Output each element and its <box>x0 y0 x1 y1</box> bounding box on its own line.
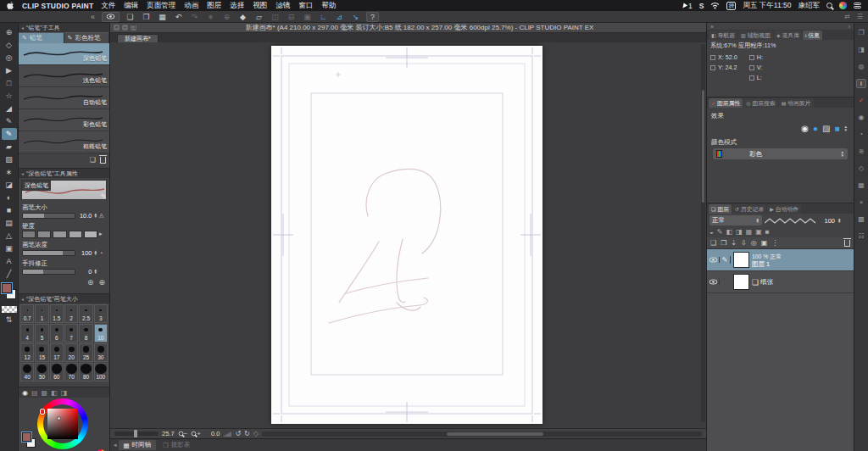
brush-tool[interactable]: ▰ <box>2 141 17 153</box>
layer-property-tab-动画胶片[interactable]: ▤动画胶片 <box>779 98 814 108</box>
transparent-color-swatch[interactable] <box>2 306 17 313</box>
layer-property-panel-icon[interactable]: ✓ <box>856 96 866 105</box>
l-checkbox[interactable] <box>749 75 754 81</box>
brush-size-12[interactable]: 12 <box>20 343 34 362</box>
wifi-icon[interactable] <box>710 2 720 9</box>
tool-property-header[interactable]: ◂“深色铅笔”工具属性 <box>19 169 109 178</box>
expand-icon[interactable]: ▸ <box>99 231 106 237</box>
material-tone-panel-icon[interactable]: ▦ <box>856 181 866 190</box>
material-close-panel-icon[interactable]: × <box>856 198 866 207</box>
layer-visibility-cell[interactable] <box>707 257 720 263</box>
rotate-right-button[interactable]: ↻ <box>244 430 250 437</box>
brush-size-6[interactable]: 6 <box>50 324 64 342</box>
zoom-in-button[interactable]: + <box>191 430 201 437</box>
brush-size-0.7[interactable]: 0.7 <box>20 304 34 323</box>
brush-size-80[interactable]: 80 <box>79 363 92 381</box>
menu-item-5[interactable]: 图层 <box>207 1 221 11</box>
draft-layer-icon[interactable]: ✎ <box>717 228 723 236</box>
collapse-left-panel-icon[interactable]: « <box>91 13 95 21</box>
property-option-icon[interactable]: ◬ <box>99 212 106 219</box>
color-wheel[interactable] <box>19 398 109 449</box>
divider-icon[interactable]: ⋮ <box>771 239 778 247</box>
brush-size-8[interactable]: 8 <box>79 324 92 342</box>
zoom-window-button[interactable]: ❐ <box>131 25 136 31</box>
h-checkbox[interactable] <box>749 55 754 60</box>
eyedropper-tool[interactable]: ◢ <box>2 103 17 114</box>
pencil-tool[interactable]: ✎ <box>2 128 17 140</box>
switch-color-icon[interactable]: ⇅ <box>2 314 17 326</box>
status-s-icon[interactable]: S <box>699 2 704 10</box>
subtool-item-2[interactable]: 浅色铅笔 <box>19 65 109 87</box>
brush-size-2[interactable]: 2 <box>64 304 78 323</box>
panel-tab-导航器[interactable]: ◧导航器 <box>709 31 737 40</box>
material-image-panel-icon[interactable]: ◨ <box>856 45 866 54</box>
vertical-scrollbar[interactable] <box>701 44 705 422</box>
layer-panel-tab-历史记录[interactable]: ↺历史记录 <box>732 204 766 214</box>
layer-color-icon[interactable]: ■ <box>834 124 839 133</box>
zoom-slider[interactable] <box>114 432 159 436</box>
transform-button[interactable]: ▱ <box>253 12 264 22</box>
eraser-tool[interactable]: ◪ <box>2 179 17 191</box>
menu-item-9[interactable]: 窗口 <box>298 1 313 11</box>
material-pattern-panel-icon[interactable]: ▩ <box>856 214 866 224</box>
advanced-settings-icon[interactable]: ⊕ <box>98 278 105 287</box>
sv-cursor[interactable] <box>57 416 61 420</box>
panel-tab-辅助视图[interactable]: ▥辅助视图 <box>738 31 773 40</box>
layer-row-2[interactable]: ❏纸张 <box>707 271 854 293</box>
material-transform-panel-icon[interactable]: ◇ <box>856 164 866 173</box>
property-option-icon[interactable]: ◔ <box>99 250 106 256</box>
main-color-swatch[interactable] <box>2 283 12 293</box>
horizontal-scrollbar-thumb[interactable] <box>447 432 543 436</box>
selection-tool[interactable]: □ <box>2 77 17 89</box>
stepper-icon[interactable]: ▲▼ <box>94 213 97 219</box>
brush-size-70[interactable]: 70 <box>64 363 78 381</box>
blend-tool[interactable]: ◐ <box>2 192 17 203</box>
menu-item-4[interactable]: 动画 <box>184 1 198 11</box>
subtool-tab-2[interactable]: ✎彩色粉笔 <box>64 32 110 43</box>
decoration-tool[interactable]: ∗ <box>2 166 17 178</box>
color-wheel-tab[interactable]: ◉ <box>22 389 28 397</box>
subtool-tab-1[interactable]: ✎铅笔 <box>19 32 64 43</box>
clipping-icon[interactable]: ◒ <box>709 228 714 236</box>
material-bulb-panel-icon[interactable]: ◔ <box>856 130 866 139</box>
rotation-slider-icon[interactable] <box>223 432 231 437</box>
collapse-panel-icon[interactable]: › <box>849 24 850 30</box>
brush-size-header[interactable]: ◂“深色铅笔”画笔大小 <box>19 294 109 303</box>
reselect-button[interactable]: ⊕ <box>221 12 232 22</box>
flip-horizontal-button[interactable]: ◫ <box>270 12 281 22</box>
apply-mask-icon[interactable]: ▣ <box>761 239 768 247</box>
text-tool[interactable]: A <box>2 255 17 267</box>
zoom-tool[interactable]: ⊕ <box>2 26 17 38</box>
open-file-button[interactable]: ❐ <box>141 12 152 22</box>
y-checkbox[interactable] <box>710 65 715 70</box>
layer-property-tab-图层属性[interactable]: ✓图层属性 <box>709 98 743 108</box>
layer-property-tab-图层搜索[interactable]: ◎图层搜索 <box>743 98 777 108</box>
opacity-slider[interactable] <box>765 217 817 225</box>
intermediate-color-tab[interactable]: ◧ <box>51 389 58 397</box>
subtool-item-4[interactable]: 彩色铅笔 <box>19 109 109 131</box>
brush-size-1.5[interactable]: 1.5 <box>50 304 64 323</box>
brush-size-40[interactable]: 40 <box>20 363 34 381</box>
undo-button[interactable]: ↶ <box>173 12 184 22</box>
expand-panel-icon[interactable]: » <box>710 24 714 30</box>
menu-item-3[interactable]: 页面管理 <box>147 1 175 11</box>
navigate-tool[interactable]: ◎ <box>2 52 17 64</box>
brush-size-20[interactable]: 20 <box>64 343 78 362</box>
property-slider[interactable] <box>22 213 75 219</box>
color-slider-tab[interactable]: ▤ <box>31 389 38 397</box>
merge-down-icon[interactable]: ⇩ <box>741 239 747 247</box>
quick-share-panel-icon[interactable]: ❐ <box>856 28 866 37</box>
property-slider[interactable] <box>22 250 75 256</box>
enable-mask-icon[interactable]: ▦ <box>746 228 753 236</box>
delete-layer-icon[interactable] <box>844 240 850 247</box>
rotate-left-button[interactable]: ↺ <box>235 430 241 437</box>
brush-size-10[interactable]: 10 <box>94 324 108 342</box>
hardness-blocks[interactable] <box>22 231 97 238</box>
menu-item-6[interactable]: 选择 <box>230 1 244 11</box>
reset-settings-icon[interactable]: ⊛ <box>87 278 94 287</box>
panel-tab-信息[interactable]: i信息 <box>803 31 822 40</box>
x-checkbox[interactable] <box>710 55 715 60</box>
menubar-clock[interactable]: 周五 下午11:50 <box>743 1 791 11</box>
input-method-icon[interactable]: 拼 <box>726 2 736 10</box>
layer-panel-tab-图层[interactable]: ❏图层 <box>709 204 732 214</box>
